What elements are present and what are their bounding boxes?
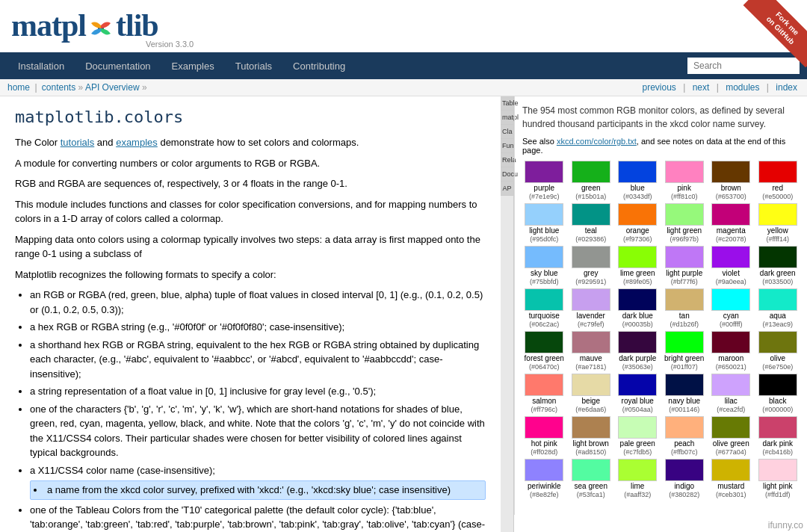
color-swatch: pink(#ff81c0) bbox=[663, 161, 707, 200]
swatch-box bbox=[665, 331, 704, 353]
swatch-box bbox=[711, 416, 750, 439]
color-swatch: bright green(#01ff07) bbox=[663, 331, 707, 371]
swatch-hex: (#ff81c0) bbox=[671, 193, 697, 200]
breadcrumb-arrow1: » bbox=[78, 82, 85, 93]
side-tab-table[interactable]: Table bbox=[501, 96, 513, 111]
color-swatch: dark purple(#35063e) bbox=[616, 331, 660, 371]
breadcrumb-home[interactable]: home bbox=[7, 82, 30, 93]
side-tab-fun[interactable]: Fun bbox=[501, 139, 513, 153]
swatch-name: turquoise bbox=[529, 312, 560, 321]
swatch-hex: (#06c2ac) bbox=[529, 321, 559, 328]
side-tab-rela[interactable]: Rela bbox=[501, 153, 513, 167]
swatch-box bbox=[572, 203, 610, 226]
swatch-hex: (#9a0eea) bbox=[716, 278, 746, 285]
swatch-name: dark pink bbox=[762, 439, 793, 448]
nav-contributing[interactable]: Contributing bbox=[282, 52, 356, 79]
swatch-box bbox=[525, 203, 563, 226]
color-swatch: pale green(#c7fdb5) bbox=[616, 416, 660, 456]
swatch-hex: (#e50000) bbox=[762, 193, 793, 200]
color-swatch: violet(#9a0eea) bbox=[709, 246, 753, 285]
swatch-name: pale green bbox=[620, 439, 655, 448]
examples-link[interactable]: examples bbox=[116, 137, 158, 148]
github-banner[interactable]: Fork meon GitHub bbox=[732, 0, 807, 75]
color-swatch: light green(#96f97b) bbox=[663, 203, 707, 243]
breadcrumb-next[interactable]: next bbox=[693, 82, 710, 93]
color-swatch: mauve(#ae7181) bbox=[569, 331, 613, 371]
version-label: Version 3.3.0 bbox=[146, 40, 194, 49]
color-swatch: periwinkle(#8e82fe) bbox=[522, 459, 566, 498]
swatch-hex: (#ae7181) bbox=[575, 363, 606, 371]
swatch-box bbox=[525, 246, 563, 268]
breadcrumb-contents[interactable]: contents bbox=[42, 82, 75, 93]
swatch-box bbox=[618, 331, 657, 353]
color-swatch: lilac(#cea2fd) bbox=[709, 374, 753, 413]
swatch-name: violet bbox=[723, 269, 740, 278]
swatch-hex: (#8e82fe) bbox=[530, 491, 559, 498]
color-format-list: an RGB or RGBA (red, green, blue, alpha)… bbox=[30, 288, 486, 532]
tutorials-link[interactable]: tutorials bbox=[61, 137, 95, 148]
nav-installation[interactable]: Installation bbox=[7, 52, 75, 79]
color-swatch: grey(#929591) bbox=[569, 246, 613, 285]
breadcrumb-modules[interactable]: modules bbox=[726, 82, 759, 93]
swatch-hex: (#cea2fd) bbox=[717, 406, 745, 413]
swatch-box bbox=[758, 246, 797, 268]
breadcrumb-arrow2: » bbox=[142, 82, 147, 93]
swatch-hex: (#ffd1df) bbox=[765, 491, 790, 498]
intro-end: demonstrate how to set colors and colorm… bbox=[158, 137, 359, 148]
swatch-name: tan bbox=[679, 312, 690, 321]
breadcrumb-previous[interactable]: previous bbox=[643, 82, 676, 93]
swatch-box bbox=[758, 459, 797, 481]
xkcd-link[interactable]: xkcd.com/color/rgb.txt bbox=[557, 137, 637, 146]
list-item-highlighted: a name from the xkcd color survey, prefi… bbox=[30, 480, 486, 500]
swatch-box bbox=[525, 161, 563, 183]
nav-documentation[interactable]: Documentation bbox=[75, 52, 161, 79]
github-banner-text: Fork meon GitHub bbox=[743, 0, 807, 68]
swatch-hex: (#bf77f6) bbox=[671, 278, 698, 285]
list-item: one of the Tableau Colors from the 'T10'… bbox=[30, 503, 486, 532]
swatch-box bbox=[572, 374, 610, 396]
breadcrumb-api-overview[interactable]: API Overview bbox=[85, 82, 140, 93]
side-tab-cla[interactable]: Cla bbox=[501, 125, 513, 139]
breadcrumb: home | contents » API Overview » previou… bbox=[0, 79, 807, 96]
nav-examples[interactable]: Examples bbox=[161, 52, 225, 79]
swatch-name: sky blue bbox=[531, 269, 558, 278]
swatch-name: beige bbox=[582, 397, 600, 406]
swatch-hex: (#f97306) bbox=[623, 235, 652, 243]
right-panel: The 954 most common RGB monitor colors, … bbox=[514, 96, 807, 515]
swatch-name: green bbox=[581, 184, 601, 193]
side-tab-docu[interactable]: Docu bbox=[501, 167, 513, 182]
swatch-name: red bbox=[773, 184, 783, 193]
swatch-box bbox=[572, 161, 610, 183]
swatch-hex: (#ceb301) bbox=[716, 491, 746, 498]
color-swatches-grid: purple(#7e1e9c)green(#15b01a)blue(#0343d… bbox=[522, 161, 800, 498]
swatch-hex: (#000000) bbox=[762, 406, 793, 413]
breadcrumb-index[interactable]: index bbox=[776, 82, 797, 93]
color-swatch: green(#15b01a) bbox=[569, 161, 613, 200]
swatch-box bbox=[711, 331, 750, 353]
list-item: a string representation of a float value… bbox=[30, 384, 486, 399]
swatch-name: peach bbox=[674, 439, 694, 448]
swatch-name: mustard bbox=[717, 482, 744, 491]
header: matpl tlib Version 3.3.0 bbox=[0, 0, 807, 52]
side-tab-ap[interactable]: AP bbox=[501, 182, 513, 196]
swatch-name: navy blue bbox=[668, 397, 700, 406]
nav-tutorials[interactable]: Tutorials bbox=[225, 52, 282, 79]
color-swatch: hot pink(#ff028d) bbox=[522, 416, 566, 456]
swatch-name: dark blue bbox=[622, 312, 653, 321]
color-swatch: peach(#ffb07c) bbox=[663, 416, 707, 456]
swatch-box bbox=[525, 288, 563, 311]
side-tab-matpl[interactable]: matpl bbox=[501, 111, 513, 125]
navbar: Installation Documentation Examples Tuto… bbox=[0, 52, 807, 79]
swatch-name: magenta bbox=[717, 226, 746, 235]
color-swatch: maroon(#650021) bbox=[709, 331, 753, 371]
swatch-box bbox=[711, 288, 750, 311]
color-swatch: dark blue(#00035b) bbox=[616, 288, 660, 328]
swatch-hex: (#6e750e) bbox=[762, 363, 793, 371]
logo-area: matpl tlib Version 3.3.0 bbox=[11, 7, 194, 49]
swatch-box bbox=[618, 459, 657, 481]
swatch-hex: (#ff796c) bbox=[531, 406, 557, 413]
swatch-name: grey bbox=[584, 269, 598, 278]
color-swatch: purple(#7e1e9c) bbox=[522, 161, 566, 200]
color-swatch: light purple(#bf77f6) bbox=[663, 246, 707, 285]
swatch-hex: (#653700) bbox=[716, 193, 746, 200]
